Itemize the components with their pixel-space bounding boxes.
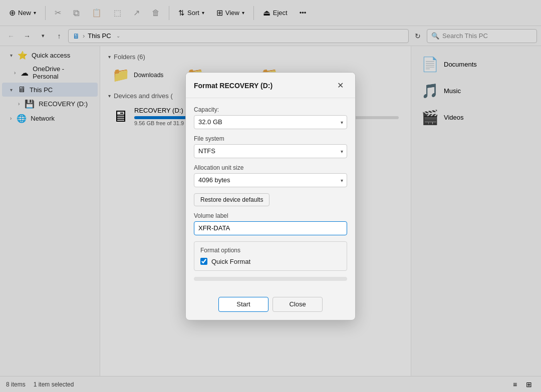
restore-group: Restore device defaults bbox=[194, 193, 347, 206]
quick-format-label: Quick Format bbox=[211, 258, 250, 265]
volume-label-group: Volume label bbox=[194, 212, 347, 235]
capacity-select[interactable]: 32.0 GB bbox=[194, 115, 347, 129]
modal-titlebar: Format RECOVERY (D:) ✕ bbox=[186, 73, 355, 98]
progress-bar bbox=[194, 277, 347, 281]
modal-body: Capacity: 32.0 GB ▾ File system NTFS ▾ bbox=[186, 98, 355, 297]
restore-label: Restore device defaults bbox=[200, 196, 263, 203]
restore-defaults-button[interactable]: Restore device defaults bbox=[194, 193, 269, 206]
filesystem-select-wrapper: NTFS ▾ bbox=[194, 144, 347, 158]
volume-label-text: Volume label bbox=[194, 212, 347, 219]
modal-title: Format RECOVERY (D:) bbox=[194, 82, 273, 90]
volume-label-input[interactable] bbox=[194, 221, 347, 235]
capacity-group: Capacity: 32.0 GB ▾ bbox=[194, 106, 347, 129]
close-label: Close bbox=[289, 300, 306, 308]
allocation-group: Allocation unit size 4096 bytes ▾ bbox=[194, 164, 347, 187]
format-options-title: Format options bbox=[200, 247, 341, 254]
allocation-label: Allocation unit size bbox=[194, 164, 347, 171]
allocation-select-wrapper: 4096 bytes ▾ bbox=[194, 173, 347, 187]
filesystem-select[interactable]: NTFS bbox=[194, 144, 347, 158]
modal-footer: Start Close bbox=[186, 297, 355, 320]
close-button[interactable]: Close bbox=[273, 297, 323, 312]
capacity-label: Capacity: bbox=[194, 106, 347, 113]
format-options-box: Format options Quick Format bbox=[194, 241, 347, 271]
modal-close-button[interactable]: ✕ bbox=[333, 79, 347, 93]
close-icon: ✕ bbox=[337, 81, 344, 90]
modal-overlay: Format RECOVERY (D:) ✕ Capacity: 32.0 GB… bbox=[0, 0, 541, 392]
filesystem-group: File system NTFS ▾ bbox=[194, 135, 347, 158]
filesystem-label: File system bbox=[194, 135, 347, 142]
quick-format-row: Quick Format bbox=[200, 258, 341, 265]
start-label: Start bbox=[236, 300, 250, 308]
allocation-select[interactable]: 4096 bytes bbox=[194, 173, 347, 187]
quick-format-checkbox[interactable] bbox=[200, 258, 207, 265]
capacity-select-wrapper: 32.0 GB ▾ bbox=[194, 115, 347, 129]
format-dialog: Format RECOVERY (D:) ✕ Capacity: 32.0 GB… bbox=[185, 72, 356, 320]
start-button[interactable]: Start bbox=[218, 297, 268, 312]
